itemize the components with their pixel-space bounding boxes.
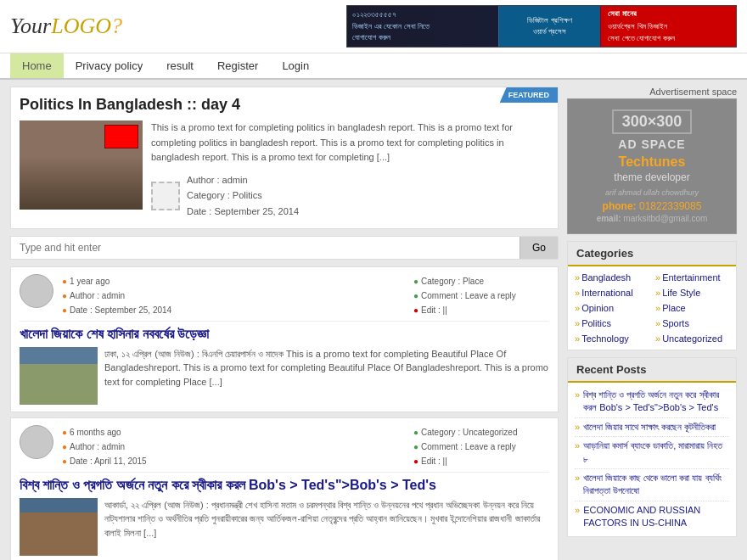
categories-title: Categories — [568, 242, 736, 266]
post-1-meta-right: ●Category : Place ●Comment : Leave a rep… — [413, 274, 549, 317]
ad-space-label: Advertisement space — [567, 87, 737, 97]
featured-author: Author : admin — [187, 172, 299, 188]
post-2-title[interactable]: বিশ্ব শান্তি ও প্রগতি অর্জনে নতুন করে স্… — [20, 472, 549, 493]
nav-result[interactable]: result — [154, 53, 205, 78]
post-2-body: আকার্ডা, ২২ এপ্রিল (আজ নিউজ) : প্রধানমন্… — [20, 498, 549, 556]
cat-politics[interactable]: »Politics — [571, 316, 652, 331]
navigation: Home Privacy policy result Register Logi… — [0, 53, 747, 80]
header-ad-left: ০১২২৩৩৫৫৫৫৭ ডিজাইন এর যেকোন সেবা নিতে যো… — [347, 6, 498, 47]
recent-posts-title: Recent Posts — [568, 358, 736, 383]
featured-text-area: This is a promo text for completing poli… — [151, 120, 549, 220]
post-1-meta-row: ●1 year ago ●Author : admin ●Date : Sept… — [20, 274, 549, 317]
post-1-thumbnail — [20, 347, 98, 405]
cat-international[interactable]: »International — [571, 285, 652, 300]
post-2-avatar — [20, 425, 53, 459]
recent-item-3[interactable]: »আড়ানিয়া কমার্স ব্যাংকে ডাকাতি, মারামা… — [575, 437, 729, 469]
recent-item-5[interactable]: »ECONOMIC AND RUSSIAN FACTORS IN US-CHIN… — [575, 501, 729, 533]
post-card-1: ●1 year ago ●Author : admin ●Date : Sept… — [10, 266, 559, 412]
recent-posts-box: Recent Posts »বিশ্ব শান্তি ও প্রগতি অর্জ… — [567, 357, 737, 537]
post-1-meta-left: ●1 year ago ●Author : admin ●Date : Sept… — [62, 274, 405, 317]
featured-excerpt: This is a promo text for completing poli… — [151, 120, 549, 165]
nav-login[interactable]: Login — [270, 53, 321, 78]
post-card-2: ●6 months ago ●Author : admin ●Date : Ap… — [10, 417, 559, 560]
ad-phone: phone: 01822339085 — [575, 200, 729, 212]
cat-place[interactable]: »Place — [652, 300, 733, 316]
ad-email: email: marksitbd@gmail.com — [575, 214, 729, 223]
header-ad-right: সেরা মানের ওয়ার্ডপ্রেস থিম ডিজাইন সেবা … — [600, 6, 736, 47]
cat-bangladesh[interactable]: »Bangladesh — [571, 270, 652, 285]
post-2-meta-right: ●Category : Uncategorized ●Comment : Lea… — [413, 425, 549, 468]
post-1-category: ●Category : Place — [413, 274, 549, 288]
featured-article: FEATURED Politics In Bangladesh :: day 4… — [10, 87, 559, 229]
cat-sports[interactable]: »Sports — [652, 316, 733, 331]
categories-grid: »Bangladesh »Entertainment »Internationa… — [568, 266, 736, 350]
sidebar: Advertisement space 300×300 AD SPACE Tec… — [567, 87, 737, 560]
post-2-thumbnail — [20, 498, 98, 556]
cat-uncategorized[interactable]: »Uncategorized — [652, 331, 733, 346]
content-area: FEATURED Politics In Bangladesh :: day 4… — [10, 87, 559, 560]
categories-box: Categories »Bangladesh »Entertainment »I… — [567, 241, 737, 350]
featured-date: Date : September 25, 2014 — [187, 204, 299, 220]
recent-item-1[interactable]: »বিশ্ব শান্তি ও প্রগতি অর্জনে নতুন করে স… — [575, 386, 729, 418]
cat-opinion[interactable]: »Opinion — [571, 300, 652, 316]
logo-text: Your — [10, 14, 51, 38]
nav-register[interactable]: Register — [205, 53, 270, 78]
logo-symbol: ? — [111, 14, 122, 38]
recent-item-2[interactable]: »খালেদা জিয়ার সাথে সাক্ষাৎ করছেন কূটনীত… — [575, 418, 729, 437]
featured-badge: FEATURED — [500, 87, 558, 103]
post-1-edit: ●Edit : || — [413, 303, 549, 317]
featured-category: Category : Politics — [187, 188, 299, 204]
featured-meta-text: Author : admin Category : Politics Date … — [187, 172, 299, 220]
nav-privacy[interactable]: Privacy policy — [64, 53, 154, 78]
post-2-meta-left: ●6 months ago ●Author : admin ●Date : Ap… — [62, 425, 405, 468]
featured-title: Politics In Bangladesh :: day 4 — [20, 96, 549, 114]
nav-home[interactable]: Home — [10, 53, 64, 78]
post-2-meta-row: ●6 months ago ●Author : admin ●Date : Ap… — [20, 425, 549, 468]
search-input[interactable] — [11, 237, 520, 259]
recent-item-4[interactable]: »খালেদা জিয়াকে কাছ থেকে ভালো করা যায় ব… — [575, 469, 729, 501]
post-1-author: ●Author : admin — [62, 288, 405, 303]
logo: YourLOGO? — [10, 14, 122, 39]
header-ad-center: ডিজিটাল প্রশিক্ষণওয়ার্ড প্রসেস — [498, 6, 600, 47]
post-1-body: ঢাকা, ১২ এপ্রিল (আজ নিউজ) : বিএনপি চেয়া… — [20, 347, 549, 405]
recent-posts-list: »বিশ্ব শান্তি ও প্রগতি অর্জনে নতুন করে স… — [568, 383, 736, 536]
featured-image — [20, 120, 143, 210]
cat-entertainment[interactable]: »Entertainment — [652, 270, 733, 285]
sidebar-ad-box: 300×300 AD SPACE Techtunes theme develop… — [567, 98, 737, 234]
featured-meta: Author : admin Category : Politics Date … — [151, 172, 549, 220]
ad-size: 300×300 — [612, 109, 693, 134]
ad-label: AD SPACE — [575, 137, 729, 151]
post-1-date: ●Date : September 25, 2014 — [62, 303, 405, 317]
featured-content: This is a promo text for completing poli… — [20, 120, 549, 220]
logo-accent: LOGO — [51, 14, 111, 38]
post-1-time: ●1 year ago — [62, 274, 405, 288]
header-advertisement: ০১২২৩৩৫৫৫৫৭ ডিজাইন এর যেকোন সেবা নিতে যো… — [346, 5, 737, 48]
featured-avatar — [151, 182, 180, 210]
cat-technology[interactable]: »Technology — [571, 331, 652, 346]
post-1-excerpt: ঢাকা, ১২ এপ্রিল (আজ নিউজ) : বিএনপি চেয়া… — [104, 347, 549, 405]
header: YourLOGO? ০১২২৩৩৫৫৫৫৭ ডিজাইন এর যেকোন সে… — [0, 0, 747, 53]
post-1-avatar — [20, 274, 53, 308]
ad-developer: arif ahmad ullah chowdhury — [575, 188, 729, 197]
post-1-comment: ●Comment : Leave a reply — [413, 288, 549, 303]
post-1-title[interactable]: খালেদা জিয়াকে শেষ হাসিনার নববর্ষের উড়ে… — [20, 321, 549, 342]
ad-brand: Techtunes — [575, 154, 729, 170]
search-button[interactable]: Go — [520, 237, 558, 259]
search-bar: Go — [10, 236, 559, 260]
main-container: FEATURED Politics In Bangladesh :: day 4… — [0, 80, 747, 560]
post-2-excerpt: আকার্ডা, ২২ এপ্রিল (আজ নিউজ) : প্রধানমন্… — [104, 498, 549, 556]
ad-sub: theme developer — [575, 171, 729, 183]
cat-lifestyle[interactable]: »Life Style — [652, 285, 733, 300]
